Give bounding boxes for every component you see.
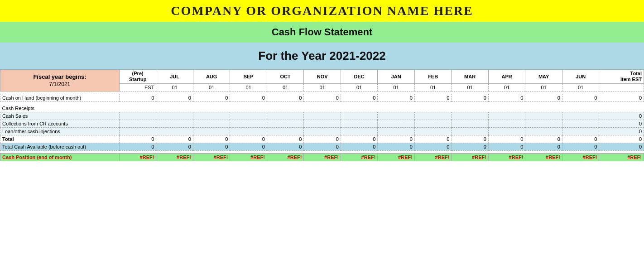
pre-startup-header: (Pre)Startup xyxy=(119,70,156,84)
fiscal-year-date: 7/1/2021 xyxy=(2,81,117,87)
report-year: For the Year 2021-2022 xyxy=(0,43,644,69)
month-nov: NOV xyxy=(304,70,341,84)
est-jun: 01 xyxy=(562,84,599,92)
cash-sales-row: Cash Sales 0 xyxy=(0,112,644,120)
cash-position-prestartup: #REF! xyxy=(119,153,156,161)
loan-label: Loan/other cash injections xyxy=(0,127,120,135)
month-apr: APR xyxy=(488,70,525,84)
month-jan: JAN xyxy=(378,70,415,84)
month-mar: MAR xyxy=(452,70,489,84)
loan-total: 0 xyxy=(599,127,644,135)
total-available-row: Total Cash Available (before cash out) 0… xyxy=(0,143,644,150)
est-mar: 01 xyxy=(452,84,489,92)
cash-on-hand-prestartup: 0 xyxy=(119,94,156,102)
est-aug: 01 xyxy=(193,84,230,92)
loan-row: Loan/other cash injections 0 xyxy=(0,127,644,135)
est-total xyxy=(599,84,644,92)
total-label: Total xyxy=(0,135,120,143)
month-may: MAY xyxy=(525,70,562,84)
month-jul: JUL xyxy=(156,70,193,84)
month-jun: JUN xyxy=(562,70,599,84)
cash-position-label: Cash Position (end of month) xyxy=(0,153,120,161)
month-sep: SEP xyxy=(230,70,267,84)
est-nov: 01 xyxy=(304,84,341,92)
collections-label: Collections from CR accounts xyxy=(0,120,120,127)
cash-on-hand-label: Cash on Hand (beginning of month) xyxy=(0,94,120,102)
month-dec: DEC xyxy=(341,70,378,84)
total-header: TotalItem EST xyxy=(599,70,644,84)
report-title: Cash Flow Statement xyxy=(0,22,644,43)
month-oct: OCT xyxy=(267,70,304,84)
cash-sales-total: 0 xyxy=(599,112,644,120)
est-sep: 01 xyxy=(230,84,267,92)
cash-sales-label: Cash Sales xyxy=(0,112,120,120)
cash-position-row: Cash Position (end of month) #REF! #REF!… xyxy=(0,153,644,161)
cash-position-total: #REF! xyxy=(599,153,644,161)
total-row: Total 0 000 000 000 000 0 xyxy=(0,135,644,143)
est-may: 01 xyxy=(525,84,562,92)
est-dec: 01 xyxy=(341,84,378,92)
cash-on-hand-total: 0 xyxy=(599,94,644,102)
company-header: Company or Organization Name Here xyxy=(0,0,644,22)
month-feb: FEB xyxy=(414,70,452,84)
total-available-total: 0 xyxy=(599,143,644,150)
cash-receipts-header-row: Cash Receipts xyxy=(0,105,644,112)
est-label: EST xyxy=(119,84,156,92)
cash-receipts-label: Cash Receipts xyxy=(0,105,644,112)
collections-row: Collections from CR accounts 0 xyxy=(0,120,644,127)
est-jul: 01 xyxy=(156,84,193,92)
cash-on-hand-row: Cash on Hand (beginning of month) 0 000 … xyxy=(0,94,644,102)
est-feb: 01 xyxy=(414,84,452,92)
fiscal-year-label: Fiscal year begins: xyxy=(2,73,117,80)
total-available-label: Total Cash Available (before cash out) xyxy=(0,143,120,150)
month-aug: AUG xyxy=(193,70,230,84)
est-oct: 01 xyxy=(267,84,304,92)
est-apr: 01 xyxy=(488,84,525,92)
total-total: 0 xyxy=(599,135,644,143)
collections-total: 0 xyxy=(599,120,644,127)
months-header-row: Fiscal year begins: 7/1/2021 (Pre)Startu… xyxy=(0,70,644,84)
est-jan: 01 xyxy=(378,84,415,92)
